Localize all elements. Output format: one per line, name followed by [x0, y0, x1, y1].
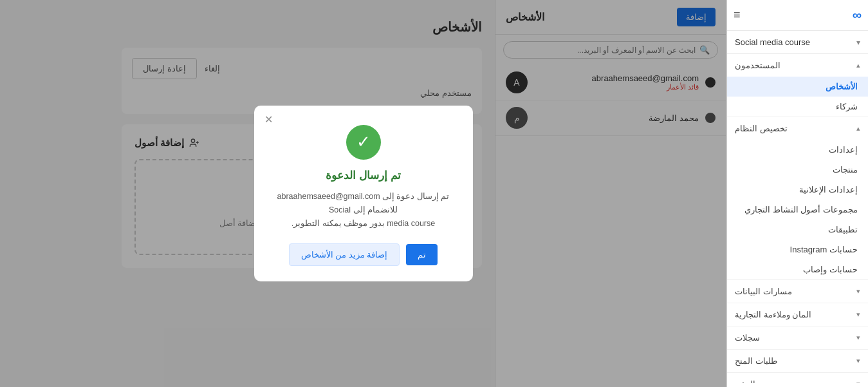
sidebar-section-users: ▴ المستخدمون الأشخاص شركاء	[727, 54, 868, 117]
menu-icon[interactable]: ≡	[734, 8, 741, 22]
sidebar-item-accounts[interactable]: حسابات وإصاب	[727, 260, 868, 279]
section-label-logs: سجلات	[735, 333, 760, 343]
sidebar-section-compliance: ▾ المان وملاءمة التجارية	[727, 303, 868, 326]
sidebar-item-ads[interactable]: إعدادات الإعلانية	[727, 180, 868, 200]
sidebar-item-apps[interactable]: تطبيقات	[727, 220, 868, 240]
sidebar: ∞ ≡ ▾ Social media course ▴ المستخدمون ا…	[726, 0, 868, 387]
modal-body-line1: تم إرسال دعوة إلى abraahemsaeed@gmail.co…	[277, 192, 450, 214]
section-label-grants: طلبات المنح	[735, 356, 777, 366]
chevron-up-icon: ▴	[856, 61, 860, 70]
section-label-compliance: المان وملاءمة التجارية	[735, 310, 811, 319]
sidebar-item-people[interactable]: الأشخاص	[727, 77, 868, 97]
section-header-users[interactable]: ▴ المستخدمون	[727, 54, 868, 77]
sidebar-section-support: ▾ مزي الدعم	[727, 373, 868, 383]
chevron-down-icon-7: ▾	[856, 380, 860, 383]
sidebar-section-logs: ▾ سجلات	[727, 326, 868, 350]
sidebar-item-partners[interactable]: شركاء	[727, 97, 868, 117]
section-header-grants[interactable]: ▾ طلبات المنح	[727, 350, 868, 372]
app-logo: ∞	[853, 8, 862, 23]
sidebar-section-data: ▾ مسارات البيانات	[727, 280, 868, 303]
sidebar-item-settings[interactable]: إعدادات	[727, 140, 868, 160]
chevron-down-icon-6: ▾	[856, 357, 860, 365]
sidebar-nav: ▴ المستخدمون الأشخاص شركاء ▴ تخصيص النظا…	[727, 54, 868, 383]
section-header-logs[interactable]: ▾ سجلات	[727, 326, 868, 349]
modal-ok-button[interactable]: تم	[406, 244, 438, 265]
success-icon: ✓	[346, 125, 381, 160]
sidebar-item-products[interactable]: منتجات	[727, 160, 868, 180]
chevron-up-icon-2: ▴	[856, 124, 860, 133]
modal-body: تم إرسال دعوة إلى abraahemsaeed@gmail.co…	[270, 190, 457, 231]
chevron-down-icon-5: ▾	[856, 334, 860, 342]
section-label-data: مسارات البيانات	[735, 287, 792, 296]
section-header-support[interactable]: ▾ مزي الدعم	[727, 373, 868, 383]
sidebar-item-asset-groups[interactable]: مجموعات أصول النشاط التجاري	[727, 200, 868, 220]
section-label-users: المستخدمون	[735, 61, 780, 70]
course-name: Social media course	[735, 37, 810, 47]
modal-actions: تم إضافة مزيد من الأشخاص	[270, 243, 457, 266]
modal-title: تم إرسال الدعوة	[270, 169, 457, 182]
sidebar-header: ∞ ≡	[727, 0, 868, 31]
sidebar-item-instagram[interactable]: حسابات Instagram	[727, 240, 868, 260]
section-header-compliance[interactable]: ▾ المان وملاءمة التجارية	[727, 303, 868, 326]
modal-close-button[interactable]: ✕	[264, 113, 273, 126]
chevron-down-icon: ▾	[856, 38, 860, 47]
app-container: ∞ ≡ ▾ Social media course ▴ المستخدمون ا…	[0, 0, 868, 387]
modal-body-line2: media course بدور موظف يمكنه التطوير.	[291, 219, 435, 228]
section-header-customize[interactable]: ▴ تخصيص النظام	[727, 117, 868, 140]
sidebar-section-customize: ▴ تخصيص النظام إعدادات منتجات إعدادات ال…	[727, 117, 868, 280]
main-content: إضافة الأشخاص 🔍 abraahemsaeed@gmail.com …	[0, 0, 726, 387]
section-label-customize: تخصيص النظام	[735, 124, 788, 133]
section-header-data[interactable]: ▾ مسارات البيانات	[727, 280, 868, 303]
sidebar-section-grants: ▾ طلبات المنح	[727, 350, 868, 373]
chevron-down-icon-3: ▾	[856, 287, 860, 296]
course-selector[interactable]: ▾ Social media course	[727, 31, 868, 54]
section-label-support: مزي الدعم	[735, 379, 773, 383]
success-modal: ✕ ✓ تم إرسال الدعوة تم إرسال دعوة إلى ab…	[254, 106, 473, 282]
overlay: ✕ ✓ تم إرسال الدعوة تم إرسال دعوة إلى ab…	[0, 0, 726, 387]
chevron-down-icon-4: ▾	[856, 310, 860, 319]
modal-add-more-button[interactable]: إضافة مزيد من الأشخاص	[289, 243, 400, 266]
